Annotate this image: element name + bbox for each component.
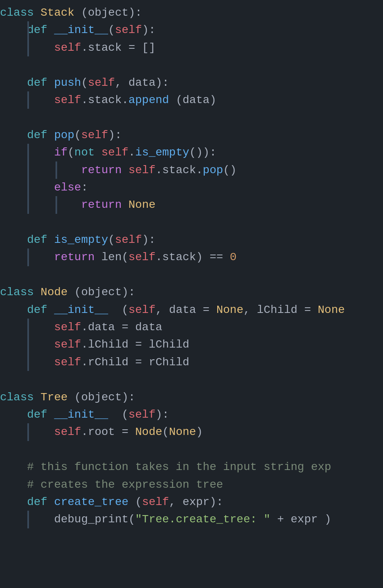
code-line: def push(self, data): bbox=[0, 74, 383, 91]
token: self bbox=[0, 321, 81, 333]
token: . bbox=[128, 146, 135, 159]
token: def bbox=[0, 129, 54, 141]
token: .rChild = bbox=[81, 356, 149, 369]
token: ) bbox=[196, 426, 203, 438]
code-line: self.data = data bbox=[0, 319, 383, 336]
token: not bbox=[74, 146, 95, 159]
code-line: # creates the expression tree bbox=[0, 476, 383, 493]
token: self bbox=[115, 24, 142, 36]
token: expr bbox=[183, 496, 210, 508]
token: .stack. bbox=[81, 94, 129, 106]
token: object bbox=[88, 6, 128, 19]
code-line: class Stack (object): bbox=[0, 4, 383, 21]
token: self bbox=[88, 77, 115, 89]
code-line: else: bbox=[0, 179, 383, 196]
token: self bbox=[0, 41, 81, 54]
token: def bbox=[0, 77, 54, 89]
code-line bbox=[0, 214, 383, 231]
token: : bbox=[81, 181, 88, 194]
token: .lChild = bbox=[81, 338, 149, 351]
token bbox=[0, 164, 81, 176]
token: debug_print( bbox=[0, 513, 135, 526]
token: self bbox=[128, 304, 155, 316]
token: is_empty bbox=[135, 146, 189, 159]
token: ( bbox=[128, 496, 142, 508]
code-line: def is_empty(self): bbox=[0, 231, 383, 248]
token: self bbox=[142, 496, 169, 508]
code-line: return self.stack.pop() bbox=[0, 161, 383, 179]
token: + bbox=[270, 513, 290, 526]
token: self bbox=[95, 146, 128, 159]
token: ( bbox=[68, 391, 81, 404]
token: rChild bbox=[149, 356, 189, 369]
token: self bbox=[0, 356, 81, 369]
token: ): bbox=[155, 408, 169, 421]
code-line: self.stack = [] bbox=[0, 39, 383, 56]
token: def bbox=[0, 496, 54, 508]
token: 0 bbox=[230, 251, 237, 263]
token: def bbox=[0, 304, 54, 316]
token: Node bbox=[135, 426, 162, 438]
code-line: self.root = Node(None) bbox=[0, 423, 383, 441]
token: () bbox=[223, 164, 237, 176]
token: self bbox=[0, 426, 81, 438]
token: ()): bbox=[189, 146, 216, 159]
token: None bbox=[169, 426, 196, 438]
token: return bbox=[54, 251, 95, 263]
token: = bbox=[196, 304, 216, 316]
code-line bbox=[0, 266, 383, 284]
code-line bbox=[0, 56, 383, 74]
token: ( bbox=[68, 286, 81, 298]
token: __init__ bbox=[54, 24, 108, 36]
token: push bbox=[54, 77, 81, 89]
token: ): bbox=[156, 77, 169, 89]
token: append bbox=[128, 94, 169, 106]
code-line bbox=[0, 371, 383, 388]
code-line: def pop(self): bbox=[0, 126, 383, 144]
token: , bbox=[115, 77, 129, 89]
code-editor: class Stack (object): def __init__(self)… bbox=[0, 0, 383, 532]
token: object bbox=[81, 391, 122, 404]
token: len( bbox=[95, 251, 128, 263]
token: self bbox=[115, 234, 142, 246]
token: ): bbox=[142, 24, 156, 36]
code-line: def create_tree (self, expr): bbox=[0, 493, 383, 511]
token: class bbox=[0, 6, 41, 19]
token: create_tree bbox=[54, 496, 128, 508]
code-line: self.stack.append (data) bbox=[0, 91, 383, 109]
token: lChild bbox=[257, 304, 298, 316]
token: def bbox=[0, 234, 54, 246]
token: __init__ bbox=[54, 408, 108, 421]
code-line: self.rChild = rChild bbox=[0, 354, 383, 371]
token: ): bbox=[108, 129, 122, 141]
token: ): bbox=[121, 286, 135, 298]
token: .data = bbox=[81, 321, 135, 333]
token: , bbox=[169, 496, 183, 508]
code-line: debug_print("Tree.create_tree: " + expr … bbox=[0, 511, 383, 528]
token: ( bbox=[162, 426, 169, 438]
token: ( bbox=[74, 129, 81, 141]
token: None bbox=[318, 304, 345, 316]
token: Stack bbox=[41, 6, 74, 19]
token: else bbox=[54, 181, 81, 194]
token: class bbox=[0, 286, 41, 298]
token: pop bbox=[54, 129, 74, 141]
token: ): bbox=[121, 391, 135, 404]
token: .stack. bbox=[155, 164, 203, 176]
token bbox=[121, 199, 128, 211]
code-line: def __init__ (self, data = None, lChild … bbox=[0, 301, 383, 319]
token: ( bbox=[74, 6, 88, 19]
token: __init__ bbox=[54, 304, 108, 316]
token: data bbox=[169, 304, 196, 316]
code-line bbox=[0, 441, 383, 458]
token bbox=[0, 199, 81, 211]
token: .stack = [] bbox=[81, 41, 156, 54]
token: ) bbox=[210, 94, 216, 106]
code-line: def __init__ (self): bbox=[0, 406, 383, 423]
code-line: class Tree (object): bbox=[0, 389, 383, 406]
token: # this function takes in the input strin… bbox=[0, 461, 331, 473]
token: data bbox=[135, 321, 162, 333]
token: class bbox=[0, 391, 41, 404]
token: ) bbox=[318, 513, 332, 526]
token: None bbox=[128, 199, 155, 211]
